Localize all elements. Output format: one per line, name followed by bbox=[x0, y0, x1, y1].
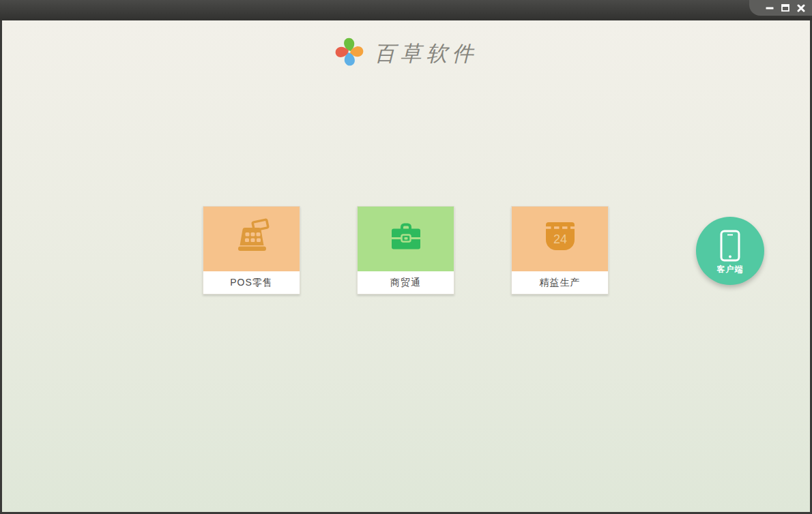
product-card-lean[interactable]: 24 精益生产 bbox=[511, 206, 609, 294]
client-button[interactable]: 客户端 bbox=[696, 217, 764, 285]
window-controls bbox=[749, 0, 812, 16]
product-tile: 24 bbox=[512, 207, 608, 271]
product-tile bbox=[358, 207, 454, 271]
cash-register-icon bbox=[231, 218, 272, 260]
briefcase-icon bbox=[386, 218, 426, 260]
product-label: 商贸通 bbox=[358, 271, 454, 294]
product-tile bbox=[203, 207, 300, 271]
minimize-button[interactable] bbox=[765, 3, 774, 13]
product-card-trade[interactable]: 商贸通 bbox=[357, 206, 454, 294]
app-window: 百草软件 bbox=[0, 0, 812, 514]
smartphone-icon bbox=[719, 227, 741, 262]
close-icon bbox=[797, 4, 805, 12]
product-label: 精益生产 bbox=[512, 271, 608, 294]
minimize-icon bbox=[766, 4, 774, 12]
product-card-pos[interactable]: POS零售 bbox=[203, 206, 300, 294]
calendar-icon: 24 bbox=[540, 220, 580, 259]
product-label: POS零售 bbox=[203, 271, 300, 294]
brand-header: 百草软件 bbox=[2, 37, 810, 67]
close-button[interactable] bbox=[796, 3, 806, 13]
calendar-day: 24 bbox=[553, 232, 566, 245]
app-title: 百草软件 bbox=[375, 40, 478, 64]
main-content: 百草软件 bbox=[2, 20, 810, 512]
maximize-icon bbox=[781, 4, 789, 12]
pinwheel-icon bbox=[334, 37, 364, 67]
client-button-label: 客户端 bbox=[717, 264, 744, 275]
maximize-button[interactable] bbox=[781, 3, 790, 13]
titlebar[interactable] bbox=[0, 0, 812, 20]
